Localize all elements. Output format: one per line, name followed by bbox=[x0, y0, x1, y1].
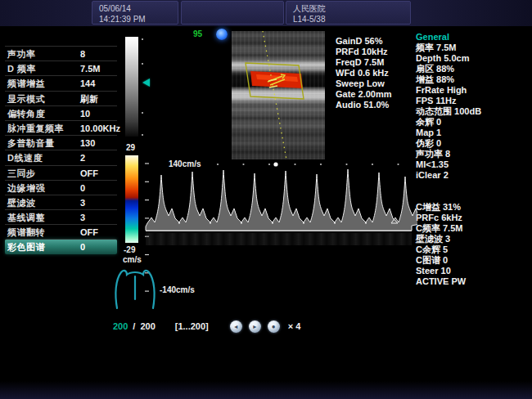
screen-vignette bbox=[0, 381, 532, 399]
focus-position-arrow-icon[interactable] bbox=[142, 78, 150, 87]
pw-line: GainD 56% bbox=[336, 36, 391, 47]
param-row[interactable]: 边缘增强0 bbox=[5, 180, 117, 195]
info-line: C增益 31% bbox=[416, 202, 530, 213]
quality-value: 95 bbox=[193, 29, 202, 38]
time-text: 14:21:39 PM bbox=[99, 14, 171, 25]
probe-model: L14-5/38 bbox=[293, 14, 404, 25]
info-heading: General bbox=[416, 32, 530, 43]
stop-button[interactable]: ● bbox=[268, 321, 280, 333]
info-line: C频率 7.5M bbox=[416, 223, 530, 234]
info-line: FrRate High bbox=[416, 85, 530, 96]
graybar-tick bbox=[142, 38, 143, 40]
pw-line: WFd 0.6 kHz bbox=[336, 68, 391, 78]
pw-line: Gate 2.00mm bbox=[336, 89, 391, 100]
param-row[interactable]: 脉冲重复频率10.00KHz bbox=[5, 120, 117, 135]
current-frame: 200 bbox=[113, 321, 128, 331]
info-line: Depth 5.0cm bbox=[416, 53, 530, 64]
frame-range: [1...200] bbox=[175, 321, 209, 331]
info-line: 动态范围 100dB bbox=[416, 106, 530, 117]
pw-line: FreqD 7.5M bbox=[336, 57, 391, 68]
info-line: Map 1 bbox=[416, 128, 530, 138]
pw-parameter-overlay: GainD 56% PRFd 10kHz FreqD 7.5M WFd 0.6 … bbox=[336, 36, 391, 110]
doppler-cursor-line[interactable] bbox=[263, 31, 286, 159]
info-line: 增益 88% bbox=[416, 74, 530, 85]
param-row[interactable]: 三同步OFF bbox=[5, 165, 117, 180]
spectral-doppler-trace[interactable] bbox=[139, 157, 417, 300]
pw-line: Sweep Low bbox=[336, 78, 391, 89]
info-line: C余辉 5 bbox=[416, 244, 530, 255]
info-line: 伪彩 0 bbox=[416, 138, 530, 149]
image-info-panel: General 频率 7.5M Depth 5.0cm 扇区 88% 增益 88… bbox=[416, 32, 530, 287]
info-line: 壁滤波 3 bbox=[416, 234, 530, 244]
info-line: FPS 11Hz bbox=[416, 96, 530, 106]
param-row[interactable]: 显示模式刷新 bbox=[5, 91, 117, 105]
ultrasound-screen: 05/06/14 14:21:39 PM 人民医院 L14-5/38 声功率8 … bbox=[0, 0, 532, 399]
body-marker-icon[interactable] bbox=[112, 265, 158, 311]
velocity-scale-min: -140cm/s bbox=[160, 285, 195, 294]
color-doppler-map-bar bbox=[125, 155, 138, 243]
prev-frame-button[interactable]: ◂ bbox=[230, 321, 242, 333]
param-row[interactable]: 频谱翻转OFF bbox=[5, 224, 117, 239]
header-patient-field[interactable] bbox=[181, 1, 284, 25]
param-row[interactable]: 频谱增益144 bbox=[5, 75, 117, 90]
graybar-tick bbox=[142, 63, 143, 65]
pw-line: PRFd 10kHz bbox=[336, 47, 391, 57]
info-line: iClear 2 bbox=[416, 170, 530, 181]
pw-line: Audio 51.0% bbox=[336, 100, 391, 110]
info-line: ACTIVE PW bbox=[416, 276, 530, 287]
colorbar-max-label: 29 bbox=[126, 143, 135, 152]
velocity-scale-max: 140cm/s bbox=[169, 159, 201, 168]
parameter-sidebar: 声功率8 D 频率7.5M 频谱增益144 显示模式刷新 偏转角度10 脉冲重复… bbox=[5, 46, 117, 254]
header-bar: 05/06/14 14:21:39 PM 人民医院 L14-5/38 bbox=[0, 0, 532, 26]
sub-baseline-noise bbox=[146, 233, 412, 245]
param-row-colormap-selected[interactable]: 彩色图谱0 bbox=[5, 239, 117, 253]
graybar-tick bbox=[142, 134, 143, 136]
info-line: 频率 7.5M bbox=[416, 43, 530, 53]
bmode-image[interactable] bbox=[232, 31, 325, 159]
param-row[interactable]: 基线调整3 bbox=[5, 209, 117, 224]
total-frames: 200 bbox=[140, 321, 155, 331]
grayscale-map-bar bbox=[125, 37, 138, 137]
info-line: C图谱 0 bbox=[416, 255, 530, 266]
next-frame-button[interactable]: ▸ bbox=[249, 321, 261, 333]
param-row[interactable]: 偏转角度10 bbox=[5, 105, 117, 120]
cine-playback-bar: 200 / 200 [1...200] ◂ ▸ ● × 4 bbox=[113, 320, 300, 333]
frame-separator: / bbox=[133, 321, 135, 331]
hospital-name: 人民医院 bbox=[293, 3, 404, 14]
param-row[interactable]: 声功率8 bbox=[5, 46, 117, 61]
param-row[interactable]: D线速度2 bbox=[5, 150, 117, 164]
info-line: Steer 10 bbox=[416, 266, 530, 276]
info-line: 声功率 8 bbox=[416, 149, 530, 159]
info-line: PRFc 6kHz bbox=[416, 213, 530, 223]
doppler-waveform bbox=[146, 169, 417, 231]
colorbar-min-label: -29 bbox=[124, 245, 135, 254]
param-row[interactable]: 壁滤波3 bbox=[5, 195, 117, 209]
header-datetime: 05/06/14 14:21:39 PM bbox=[92, 1, 178, 25]
info-line: 扇区 88% bbox=[416, 64, 530, 74]
param-row[interactable]: 多普勒音量130 bbox=[5, 135, 117, 150]
param-row[interactable]: D 频率7.5M bbox=[5, 61, 117, 75]
sample-indicator-dot bbox=[216, 29, 228, 40]
graybar-tick bbox=[142, 112, 143, 114]
info-line: 余辉 0 bbox=[416, 117, 530, 128]
playback-speed: × 4 bbox=[288, 321, 301, 331]
info-line: MI<1.35 bbox=[416, 159, 530, 170]
bmode-graphics-overlay bbox=[232, 31, 325, 159]
date-text: 05/06/14 bbox=[99, 3, 171, 14]
header-hospital-probe: 人民医院 L14-5/38 bbox=[286, 1, 411, 25]
